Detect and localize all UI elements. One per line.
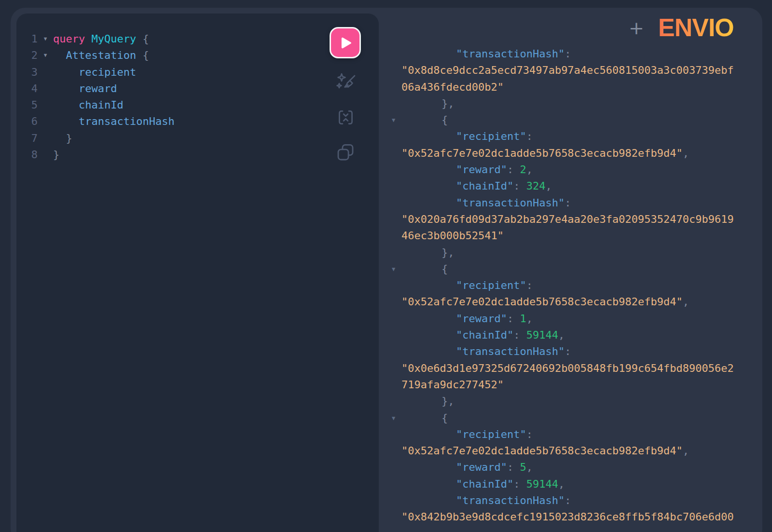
query-code-line[interactable]: 3 recipient: [16, 64, 378, 81]
response-line: ▼{: [379, 112, 762, 128]
response-line: "0x52afc7e7e02dc1adde5b7658c3ecacb982efb…: [379, 443, 762, 459]
code-token: "reward": [456, 461, 507, 473]
code-token: }: [53, 149, 59, 161]
code-token: transactionHash: [53, 115, 175, 127]
code-token: 5: [520, 461, 526, 473]
response-line: "0x020a76fd09d37ab2ba297e4aa20e3fa020953…: [379, 211, 762, 228]
response-line: "chainId": 59144,: [379, 327, 762, 343]
response-line: "0x842b9b3e9d8cdcefc1915023d8236ce8ffb5f…: [379, 509, 762, 525]
prettify-query-button[interactable]: [335, 71, 358, 95]
code-token: "recipient": [456, 428, 526, 440]
query-code-text: transactionHash: [53, 113, 175, 130]
code-token: chainId: [53, 99, 124, 111]
code-token: :: [526, 130, 533, 142]
line-number: 4: [16, 81, 38, 97]
play-icon: [338, 36, 353, 50]
add-tab-button[interactable]: +: [626, 17, 647, 39]
fold-toggle-icon[interactable]: ▼: [38, 31, 53, 47]
line-number: 7: [16, 130, 38, 147]
code-token: :: [565, 345, 571, 357]
code-token: "reward": [456, 164, 507, 176]
code-token: :: [513, 180, 526, 192]
code-token: :: [513, 478, 526, 490]
code-token: ,: [545, 180, 551, 192]
query-code-text: recipient: [53, 64, 136, 81]
code-token: "0x52afc7e7e02dc1adde5b7658c3ecacb982efb…: [401, 445, 683, 457]
code-token: :: [507, 461, 520, 473]
code-token: {: [136, 33, 149, 45]
query-editor-lines[interactable]: 1▼query MyQuery {2▼ Attestation {3 recip…: [16, 31, 378, 163]
code-token: "0x8d8ce9dcc2a5ecd73497ab97a4ec560815003…: [401, 64, 734, 76]
code-token: "recipient": [456, 279, 526, 291]
code-token: :: [526, 279, 533, 291]
code-token: :: [507, 164, 520, 176]
fold-spacer: [38, 130, 53, 147]
response-line: ▼{: [379, 261, 762, 277]
response-line: "0x52afc7e7e02dc1adde5b7658c3ecacb982efb…: [379, 294, 762, 310]
fold-spacer: [38, 64, 53, 81]
response-line: "0x8d8ce9dcc2a5ecd73497ab97a4ec560815003…: [379, 62, 762, 79]
code-token: "transactionHash": [456, 48, 565, 60]
response-line: "0x0e6d3d1e97325d67240692b005848fb199c65…: [379, 360, 762, 377]
code-token: ,: [683, 445, 689, 457]
response-line: "reward": 1,: [379, 311, 762, 327]
code-token: ,: [526, 461, 533, 473]
code-token: :: [565, 494, 571, 506]
code-token: "0x52afc7e7e02dc1adde5b7658c3ecacb982efb…: [401, 296, 683, 308]
code-token: "transactionHash": [456, 345, 565, 357]
response-viewer[interactable]: "transactionHash":"0x8d8ce9dcc2a5ecd7349…: [379, 46, 762, 526]
code-token: "chainId": [456, 478, 513, 490]
response-line: },: [379, 393, 762, 409]
code-token: :: [513, 329, 526, 341]
code-token: {: [441, 114, 448, 126]
query-code-line[interactable]: 7 }: [16, 130, 378, 147]
code-token: 2: [520, 164, 526, 176]
code-token: :: [526, 428, 533, 440]
fold-toggle-icon[interactable]: ▼: [38, 47, 53, 64]
code-token: :: [507, 313, 520, 325]
response-line: },: [379, 95, 762, 112]
query-code-line[interactable]: 8}: [16, 147, 378, 163]
query-code-line[interactable]: 2▼ Attestation {: [16, 47, 378, 64]
code-token: 06a436fdecd00b2": [401, 81, 504, 93]
code-token: {: [136, 49, 149, 61]
execute-query-button[interactable]: [330, 27, 361, 58]
response-line: "chainId": 59144,: [379, 476, 762, 492]
line-number: 3: [16, 64, 38, 81]
query-code-line[interactable]: 5 chainId: [16, 97, 378, 113]
response-line: "transactionHash":: [379, 195, 762, 211]
code-token: },: [441, 97, 455, 109]
code-token: query: [53, 33, 85, 45]
response-line: 46ec3b000b52541": [379, 228, 762, 244]
code-token: 324: [526, 180, 546, 192]
code-token: :: [565, 48, 571, 60]
merge-icon: [337, 109, 355, 126]
code-token: ,: [558, 329, 565, 341]
code-token: 59144: [526, 478, 558, 490]
code-token: "transactionHash": [456, 494, 565, 506]
response-line: 06a436fdecd00b2": [379, 79, 762, 95]
query-code-text: }: [53, 130, 72, 147]
code-token: 719afa9dc277452": [401, 379, 504, 391]
response-line: "transactionHash":: [379, 343, 762, 360]
copy-query-button[interactable]: [336, 143, 355, 162]
code-token: 46ec3b000b52541": [401, 230, 504, 242]
response-line: "reward": 2,: [379, 162, 762, 178]
query-code-text: Attestation {: [53, 47, 149, 64]
code-token: }: [53, 132, 72, 144]
code-token: "0x52afc7e7e02dc1adde5b7658c3ecacb982efb…: [401, 147, 683, 159]
query-code-line[interactable]: 4 reward: [16, 81, 378, 97]
fold-spacer: [38, 147, 53, 163]
response-line: "recipient":: [379, 426, 762, 443]
code-token: {: [441, 412, 448, 424]
collapse-toggle-icon[interactable]: ▼: [392, 261, 395, 277]
response-line: "chainId": 324,: [379, 178, 762, 194]
query-code-line[interactable]: 1▼query MyQuery {: [16, 31, 378, 47]
collapse-toggle-icon[interactable]: ▼: [392, 410, 395, 426]
line-number: 2: [16, 47, 38, 64]
merge-fragments-button[interactable]: [337, 109, 355, 126]
collapse-toggle-icon[interactable]: ▼: [392, 112, 395, 128]
response-line: ▼{: [379, 410, 762, 426]
line-number: 5: [16, 97, 38, 113]
query-code-line[interactable]: 6 transactionHash: [16, 113, 378, 130]
